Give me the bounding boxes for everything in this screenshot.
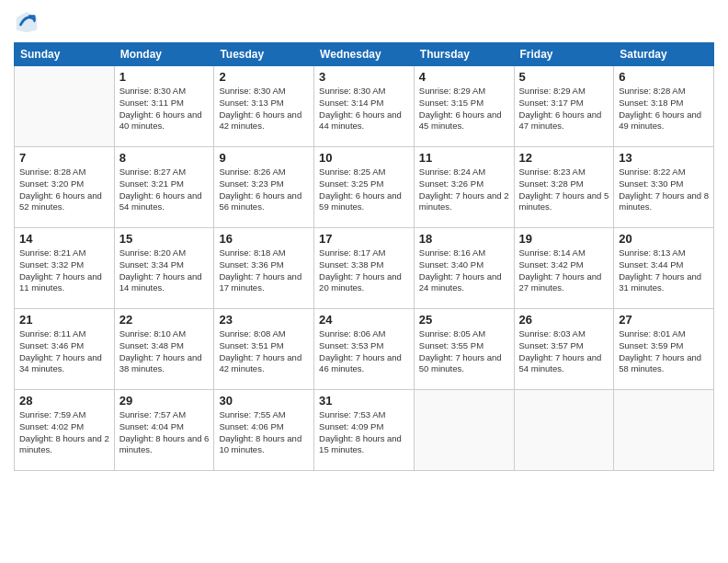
day-number: 16 xyxy=(219,232,309,246)
logo-icon xyxy=(14,9,40,35)
day-number: 23 xyxy=(219,313,309,327)
calendar-cell xyxy=(514,390,614,471)
week-row-4: 21Sunrise: 8:11 AMSunset: 3:46 PMDayligh… xyxy=(15,309,714,390)
day-info: Sunrise: 8:26 AMSunset: 3:23 PMDaylight:… xyxy=(219,167,309,213)
calendar-page: SundayMondayTuesdayWednesdayThursdayFrid… xyxy=(0,0,728,563)
day-info: Sunrise: 8:28 AMSunset: 3:18 PMDaylight:… xyxy=(619,86,709,132)
calendar-cell: 2Sunrise: 8:30 AMSunset: 3:13 PMDaylight… xyxy=(214,66,314,147)
calendar-cell: 22Sunrise: 8:10 AMSunset: 3:48 PMDayligh… xyxy=(114,309,214,390)
day-number: 3 xyxy=(319,70,409,84)
calendar-cell: 4Sunrise: 8:29 AMSunset: 3:15 PMDaylight… xyxy=(414,66,514,147)
weekday-header-wednesday: Wednesday xyxy=(314,43,415,66)
day-info: Sunrise: 7:53 AMSunset: 4:09 PMDaylight:… xyxy=(319,409,409,456)
calendar-cell: 27Sunrise: 8:01 AMSunset: 3:59 PMDayligh… xyxy=(614,309,714,390)
day-number: 27 xyxy=(619,313,709,327)
calendar-cell: 24Sunrise: 8:06 AMSunset: 3:53 PMDayligh… xyxy=(314,309,415,390)
day-info: Sunrise: 8:08 AMSunset: 3:51 PMDaylight:… xyxy=(219,328,309,375)
calendar-table: SundayMondayTuesdayWednesdayThursdayFrid… xyxy=(14,42,714,471)
day-info: Sunrise: 8:23 AMSunset: 3:28 PMDaylight:… xyxy=(519,167,609,213)
day-info: Sunrise: 8:27 AMSunset: 3:21 PMDaylight:… xyxy=(119,167,210,213)
day-info: Sunrise: 8:29 AMSunset: 3:15 PMDaylight:… xyxy=(419,86,509,132)
week-row-2: 7Sunrise: 8:28 AMSunset: 3:20 PMDaylight… xyxy=(15,147,714,228)
day-number: 5 xyxy=(519,70,609,84)
weekday-header-monday: Monday xyxy=(114,43,214,66)
calendar-cell: 13Sunrise: 8:22 AMSunset: 3:30 PMDayligh… xyxy=(614,147,714,228)
day-info: Sunrise: 8:18 AMSunset: 3:36 PMDaylight:… xyxy=(219,247,309,294)
calendar-cell: 19Sunrise: 8:14 AMSunset: 3:42 PMDayligh… xyxy=(514,228,614,309)
day-info: Sunrise: 8:16 AMSunset: 3:40 PMDaylight:… xyxy=(419,247,509,294)
calendar-cell: 17Sunrise: 8:17 AMSunset: 3:38 PMDayligh… xyxy=(314,228,415,309)
day-info: Sunrise: 8:13 AMSunset: 3:44 PMDaylight:… xyxy=(619,247,709,294)
day-info: Sunrise: 8:30 AMSunset: 3:14 PMDaylight:… xyxy=(319,86,409,132)
day-info: Sunrise: 7:57 AMSunset: 4:04 PMDaylight:… xyxy=(119,409,210,456)
day-info: Sunrise: 8:01 AMSunset: 3:59 PMDaylight:… xyxy=(619,328,709,375)
day-info: Sunrise: 8:30 AMSunset: 3:11 PMDaylight:… xyxy=(119,86,210,132)
day-info: Sunrise: 8:28 AMSunset: 3:20 PMDaylight:… xyxy=(19,167,109,213)
day-info: Sunrise: 8:21 AMSunset: 3:32 PMDaylight:… xyxy=(19,247,109,294)
calendar-cell: 6Sunrise: 8:28 AMSunset: 3:18 PMDaylight… xyxy=(614,66,714,147)
calendar-cell: 12Sunrise: 8:23 AMSunset: 3:28 PMDayligh… xyxy=(514,147,614,228)
day-number: 18 xyxy=(419,232,509,246)
day-number: 30 xyxy=(219,394,309,408)
calendar-cell: 26Sunrise: 8:03 AMSunset: 3:57 PMDayligh… xyxy=(514,309,614,390)
week-row-1: 1Sunrise: 8:30 AMSunset: 3:11 PMDaylight… xyxy=(15,66,714,147)
calendar-cell: 31Sunrise: 7:53 AMSunset: 4:09 PMDayligh… xyxy=(314,390,415,471)
calendar-cell: 15Sunrise: 8:20 AMSunset: 3:34 PMDayligh… xyxy=(114,228,214,309)
day-info: Sunrise: 7:55 AMSunset: 4:06 PMDaylight:… xyxy=(219,409,309,456)
week-row-5: 28Sunrise: 7:59 AMSunset: 4:02 PMDayligh… xyxy=(15,390,714,471)
calendar-cell: 18Sunrise: 8:16 AMSunset: 3:40 PMDayligh… xyxy=(414,228,514,309)
calendar-cell: 30Sunrise: 7:55 AMSunset: 4:06 PMDayligh… xyxy=(214,390,314,471)
calendar-cell: 11Sunrise: 8:24 AMSunset: 3:26 PMDayligh… xyxy=(414,147,514,228)
day-info: Sunrise: 8:30 AMSunset: 3:13 PMDaylight:… xyxy=(219,86,309,132)
day-number: 8 xyxy=(119,151,210,165)
day-number: 19 xyxy=(519,232,609,246)
calendar-cell xyxy=(414,390,514,471)
calendar-cell: 16Sunrise: 8:18 AMSunset: 3:36 PMDayligh… xyxy=(214,228,314,309)
day-number: 29 xyxy=(119,394,210,408)
day-number: 17 xyxy=(319,232,409,246)
day-number: 9 xyxy=(219,151,309,165)
day-number: 12 xyxy=(519,151,609,165)
day-number: 11 xyxy=(419,151,509,165)
calendar-cell: 10Sunrise: 8:25 AMSunset: 3:25 PMDayligh… xyxy=(314,147,415,228)
weekday-header-row: SundayMondayTuesdayWednesdayThursdayFrid… xyxy=(15,43,714,66)
day-number: 15 xyxy=(119,232,210,246)
day-info: Sunrise: 8:06 AMSunset: 3:53 PMDaylight:… xyxy=(319,328,409,375)
weekday-header-friday: Friday xyxy=(514,43,614,66)
calendar-cell: 25Sunrise: 8:05 AMSunset: 3:55 PMDayligh… xyxy=(414,309,514,390)
day-number: 31 xyxy=(319,394,409,408)
day-number: 7 xyxy=(19,151,109,165)
day-number: 24 xyxy=(319,313,409,327)
day-number: 6 xyxy=(619,70,709,84)
day-info: Sunrise: 8:29 AMSunset: 3:17 PMDaylight:… xyxy=(519,86,609,132)
calendar-cell: 3Sunrise: 8:30 AMSunset: 3:14 PMDaylight… xyxy=(314,66,415,147)
calendar-cell: 20Sunrise: 8:13 AMSunset: 3:44 PMDayligh… xyxy=(614,228,714,309)
day-info: Sunrise: 8:24 AMSunset: 3:26 PMDaylight:… xyxy=(419,167,509,213)
header xyxy=(14,9,714,35)
calendar-cell: 8Sunrise: 8:27 AMSunset: 3:21 PMDaylight… xyxy=(114,147,214,228)
day-number: 20 xyxy=(619,232,709,246)
calendar-cell: 5Sunrise: 8:29 AMSunset: 3:17 PMDaylight… xyxy=(514,66,614,147)
day-number: 13 xyxy=(619,151,709,165)
calendar-cell: 7Sunrise: 8:28 AMSunset: 3:20 PMDaylight… xyxy=(15,147,115,228)
day-info: Sunrise: 8:17 AMSunset: 3:38 PMDaylight:… xyxy=(319,247,409,294)
day-number: 21 xyxy=(19,313,109,327)
calendar-cell: 9Sunrise: 8:26 AMSunset: 3:23 PMDaylight… xyxy=(214,147,314,228)
day-info: Sunrise: 8:20 AMSunset: 3:34 PMDaylight:… xyxy=(119,247,210,294)
calendar-cell: 28Sunrise: 7:59 AMSunset: 4:02 PMDayligh… xyxy=(15,390,115,471)
day-number: 26 xyxy=(519,313,609,327)
day-number: 10 xyxy=(319,151,409,165)
weekday-header-tuesday: Tuesday xyxy=(214,43,314,66)
weekday-header-sunday: Sunday xyxy=(15,43,115,66)
calendar-cell xyxy=(614,390,714,471)
day-number: 28 xyxy=(19,394,109,408)
day-number: 2 xyxy=(219,70,309,84)
weekday-header-thursday: Thursday xyxy=(414,43,514,66)
calendar-cell: 29Sunrise: 7:57 AMSunset: 4:04 PMDayligh… xyxy=(114,390,214,471)
day-info: Sunrise: 8:14 AMSunset: 3:42 PMDaylight:… xyxy=(519,247,609,294)
day-info: Sunrise: 8:05 AMSunset: 3:55 PMDaylight:… xyxy=(419,328,509,375)
logo xyxy=(14,9,43,35)
day-number: 25 xyxy=(419,313,509,327)
calendar-cell: 23Sunrise: 8:08 AMSunset: 3:51 PMDayligh… xyxy=(214,309,314,390)
day-info: Sunrise: 8:11 AMSunset: 3:46 PMDaylight:… xyxy=(19,328,109,375)
